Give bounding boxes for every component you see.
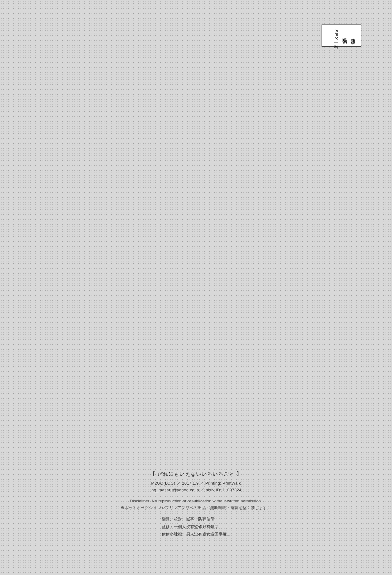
book-info: M2GO(LOG) ／ 2017.1.9 ／ Printing: PrintWa… bbox=[150, 480, 241, 493]
credit1-value: 防彈伯母 bbox=[198, 517, 214, 521]
disclaimer-line1: Disclaimer: No reproduction or republica… bbox=[130, 499, 262, 503]
credit2: 監修：一個人沒有監修只有錯字 bbox=[162, 523, 231, 531]
credit2-value: 一個人沒有監修只有錯字 bbox=[174, 524, 219, 529]
credits: 翻譯、校對、嵌字：防彈伯母 監修：一個人沒有監修只有錯字 偷偷小吐槽：男人沒有處… bbox=[162, 516, 231, 538]
credit1: 翻譯、校對、嵌字：防彈伯母 bbox=[162, 516, 231, 523]
title-box-inner: 在這之後 狠狠的 SEX一番 bbox=[333, 29, 357, 42]
credit3: 偷偷小吐槽：男人沒有處女這回事嘛... bbox=[162, 531, 231, 538]
book-info-line2: log_masaru@yahoo.co.jp ／ pixiv ID: 11097… bbox=[150, 488, 241, 492]
credit3-value: 男人沒有處女這回事嘛... bbox=[186, 532, 231, 536]
book-title: 【 だれにもいえないいろいろごと 】 bbox=[150, 470, 242, 478]
title-box: 在這之後 狠狠的 SEX一番 bbox=[322, 25, 361, 47]
book-info-line1: M2GO(LOG) ／ 2017.1.9 ／ Printing: PrintWa… bbox=[151, 481, 241, 486]
credit1-label: 翻譯、校對、嵌字： bbox=[162, 517, 198, 521]
credit2-label: 監修： bbox=[162, 524, 174, 529]
credit3-label: 偷偷小吐槽： bbox=[162, 532, 186, 536]
disclaimer-line2: ※ネットオークションやフリマアプリへの出品・無断転載・複製を堅く禁じます。 bbox=[121, 505, 271, 510]
title-line-1: 在這之後 bbox=[350, 34, 357, 37]
footer-section: 【 だれにもいえないいろいろごと 】 M2GO(LOG) ／ 2017.1.9 … bbox=[0, 470, 392, 538]
title-line-2: 狠狠的 bbox=[341, 35, 349, 36]
title-line-3: SEX一番 bbox=[333, 29, 340, 42]
disclaimer: Disclaimer: No reproduction or republica… bbox=[121, 498, 271, 511]
